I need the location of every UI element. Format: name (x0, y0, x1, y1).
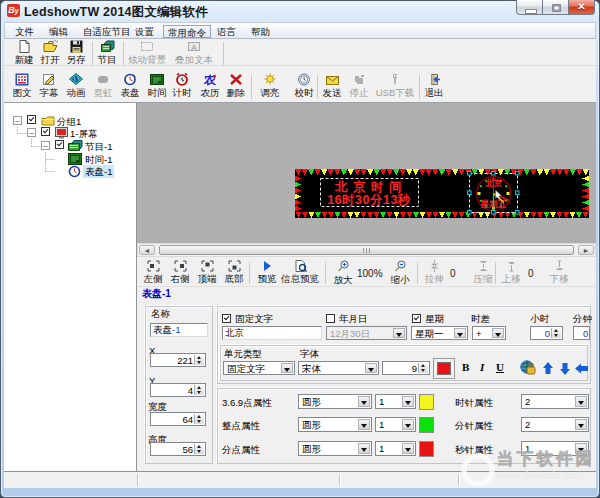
svg-text:16时30分13秒: 16时30分13秒 (327, 193, 411, 207)
svg-text:A: A (191, 43, 197, 52)
svg-text:当下软件园: 当下软件园 (497, 449, 592, 467)
svg-text:www.downxia.com: www.downxia.com (496, 469, 584, 481)
